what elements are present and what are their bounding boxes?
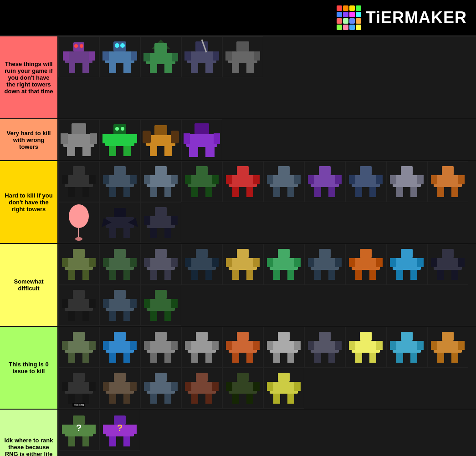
svg-rect-173: [319, 249, 331, 258]
svg-rect-53: [164, 146, 172, 156]
svg-rect-65: [82, 187, 89, 197]
character-figure: [347, 162, 385, 201]
svg-rect-273: [431, 341, 437, 350]
svg-rect-246: [270, 341, 298, 353]
tier-label-s: These things will ruin your game if you …: [0, 36, 58, 118]
tier-label-b: Hard to kill if you don't have the right…: [0, 161, 58, 243]
svg-rect-170: [287, 270, 294, 280]
tier-cell: [427, 327, 468, 368]
svg-rect-224: [123, 353, 130, 363]
svg-rect-316: [89, 425, 96, 434]
tier-cell: [345, 161, 386, 202]
svg-rect-188: [410, 270, 417, 280]
svg-point-7: [80, 44, 83, 48]
svg-rect-257: [360, 332, 372, 341]
svg-rect-297: [185, 382, 191, 391]
app-container: TiERMAKER These things will ruin your ga…: [0, 0, 476, 456]
svg-rect-260: [369, 353, 376, 363]
tier-cell: [304, 244, 345, 285]
svg-rect-96: [267, 175, 273, 184]
svg-rect-27: [184, 51, 191, 61]
svg-rect-129: [109, 228, 116, 238]
svg-rect-271: [437, 353, 444, 363]
character-figure: [142, 38, 180, 76]
svg-point-124: [75, 237, 82, 241]
svg-rect-104: [360, 166, 372, 175]
svg-rect-281: [114, 373, 126, 382]
tier-row-c: Somewhat difficult: [0, 244, 476, 327]
svg-rect-135: [144, 216, 150, 225]
tier-cell: [181, 368, 222, 409]
svg-rect-45: [123, 146, 131, 156]
tier-cell: [99, 327, 140, 368]
character-figure: [224, 245, 262, 284]
svg-rect-320: [109, 436, 116, 446]
svg-rect-22: [172, 53, 178, 61]
svg-rect-209: [155, 290, 167, 299]
tier-cell: [58, 244, 99, 285]
tier-cell: [140, 327, 181, 368]
svg-rect-94: [273, 187, 280, 197]
svg-rect-84: [185, 175, 191, 184]
svg-rect-194: [451, 270, 458, 280]
svg-rect-32: [232, 63, 239, 73]
svg-rect-245: [278, 332, 290, 341]
svg-rect-116: [442, 166, 454, 175]
logo-grid: [337, 5, 361, 30]
tier-cell: [99, 244, 140, 285]
svg-rect-219: [62, 341, 68, 350]
svg-rect-251: [319, 332, 331, 341]
svg-rect-21: [143, 53, 150, 61]
tier-cell: [181, 244, 222, 285]
tier-cell: [222, 244, 263, 285]
svg-rect-206: [123, 311, 130, 321]
tier-content-s: [58, 36, 476, 118]
tier-cell: [99, 36, 140, 77]
svg-text:?: ?: [117, 423, 123, 433]
tier-cell: [181, 327, 222, 368]
svg-rect-151: [150, 270, 157, 280]
svg-rect-68: [114, 166, 126, 175]
svg-rect-20: [164, 64, 172, 73]
tier-cell: [58, 36, 99, 77]
character-figure: [142, 203, 180, 242]
tier-content-a: [58, 119, 476, 160]
svg-rect-308: [287, 394, 294, 404]
character-figure: ?: [60, 411, 98, 450]
svg-rect-243: [226, 341, 232, 350]
svg-rect-130: [123, 228, 130, 238]
svg-rect-76: [150, 187, 157, 197]
character-figure: [306, 245, 344, 284]
character-figure: [429, 245, 467, 284]
svg-rect-88: [232, 187, 239, 197]
svg-rect-284: [123, 394, 130, 404]
svg-rect-288: [147, 382, 175, 394]
character-figure: [224, 369, 262, 408]
svg-rect-33: [246, 63, 254, 73]
svg-rect-225: [103, 341, 109, 350]
tier-cell: [222, 36, 263, 77]
tier-row-d: This thing is 0 issue to kill: [0, 327, 476, 410]
svg-rect-217: [68, 353, 75, 363]
svg-point-49: [121, 127, 124, 131]
svg-rect-141: [62, 258, 68, 267]
svg-rect-223: [109, 353, 116, 363]
svg-rect-187: [396, 270, 403, 280]
tier-cell: [263, 161, 304, 202]
svg-rect-240: [229, 341, 257, 353]
svg-rect-279: [62, 382, 68, 391]
svg-rect-295: [191, 394, 198, 404]
character-figure: [60, 38, 98, 76]
svg-rect-309: [267, 382, 273, 391]
svg-rect-55: [171, 131, 179, 143]
svg-rect-152: [164, 270, 171, 280]
character-figure: [265, 369, 303, 408]
svg-rect-12: [102, 51, 109, 61]
character-figure: Hidden: [60, 369, 98, 408]
tier-cell: [263, 244, 304, 285]
svg-rect-73: [130, 175, 137, 184]
svg-rect-213: [144, 299, 150, 308]
svg-rect-111: [393, 175, 421, 187]
svg-rect-79: [171, 175, 178, 184]
svg-rect-80: [196, 166, 208, 175]
